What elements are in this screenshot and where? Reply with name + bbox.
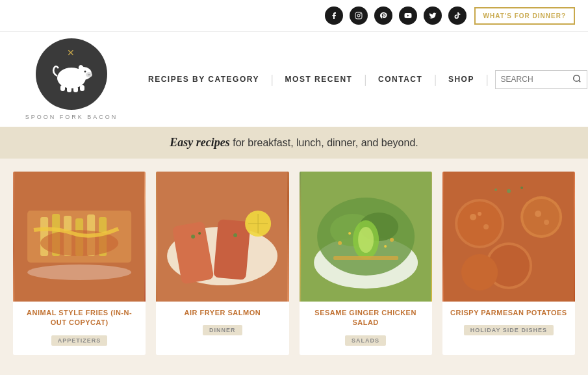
tiktok-icon[interactable]: [448, 6, 467, 25]
svg-point-50: [457, 201, 502, 246]
svg-point-32: [233, 233, 237, 237]
svg-point-8: [84, 70, 86, 72]
recipe-title-2: SESAME GINGER CHICKEN SALAD: [307, 308, 424, 328]
nav-most-recent[interactable]: MOST RECENT: [274, 75, 364, 84]
search-button[interactable]: [572, 74, 582, 85]
svg-point-58: [478, 212, 481, 216]
svg-point-44: [390, 238, 394, 242]
search-input[interactable]: [501, 75, 572, 84]
recipe-card-1[interactable]: AIR FRYER SALMON DINNER: [156, 172, 288, 355]
recipe-title-1: AIR FRYER SALMON: [164, 308, 281, 318]
svg-point-46: [384, 245, 387, 248]
recipe-title-0: ANIMAL STYLE FRIES (IN-N-OUT COPYCAT): [21, 308, 138, 328]
nav-recipes-by-category[interactable]: RECIPES BY CATEGORY: [136, 75, 271, 84]
svg-rect-10: [60, 85, 65, 91]
header: ✕: [0, 32, 588, 127]
recipe-image-0: [13, 172, 146, 302]
main-nav: RECIPES BY CATEGORY | MOST RECENT | CONT…: [136, 70, 587, 89]
recipe-card-2[interactable]: SESAME GINGER CHICKEN SALAD SALADS: [300, 172, 432, 355]
nav-divider-4: |: [486, 73, 489, 85]
twitter-icon[interactable]: [424, 6, 442, 25]
svg-point-1: [357, 14, 360, 17]
banner-text: for breakfast, lunch, dinner, and beyond…: [230, 137, 418, 148]
recipe-category-2: SALADS: [345, 335, 386, 346]
svg-point-45: [348, 232, 351, 235]
recipe-info-0: ANIMAL STYLE FRIES (IN-N-OUT COPYCAT) AP…: [13, 302, 146, 355]
banner-italic: Easy recipes: [170, 136, 229, 149]
svg-rect-29: [214, 219, 251, 280]
logo-circle: ✕: [36, 38, 107, 110]
recipe-info-2: SESAME GINGER CHICKEN SALAD SALADS: [300, 302, 432, 355]
svg-point-30: [191, 235, 195, 239]
svg-line-15: [578, 80, 580, 82]
recipe-card-0[interactable]: ANIMAL STYLE FRIES (IN-N-OUT COPYCAT) AP…: [13, 172, 146, 355]
recipe-title-3: CRISPY PARMESAN POTATOES: [450, 308, 567, 318]
recipe-card-3[interactable]: CRISPY PARMESAN POTATOES HOLIDAY SIDE DI…: [442, 172, 575, 355]
recipe-image-3: [442, 172, 575, 302]
svg-point-59: [535, 211, 541, 217]
svg-rect-12: [73, 86, 78, 92]
utensils-icon: ✕: [67, 47, 76, 58]
pinterest-icon[interactable]: [374, 6, 392, 25]
whats-for-dinner-button[interactable]: WHAT'S FOR DINNER?: [474, 7, 575, 25]
svg-point-55: [461, 254, 498, 291]
svg-point-14: [573, 75, 579, 81]
search-box[interactable]: [495, 70, 587, 89]
svg-point-42: [358, 227, 374, 253]
svg-point-31: [198, 232, 201, 235]
social-icons: [325, 6, 467, 25]
svg-point-52: [523, 199, 559, 235]
svg-rect-11: [67, 86, 71, 92]
svg-point-62: [520, 187, 523, 189]
svg-point-60: [544, 220, 549, 225]
svg-rect-13: [80, 85, 84, 91]
banner: Easy recipes for breakfast, lunch, dinne…: [0, 127, 588, 159]
recipe-category-0: APPETIZERS: [51, 335, 108, 346]
recipe-category-1: DINNER: [203, 325, 242, 335]
recipe-image-2: [300, 172, 432, 302]
recipe-grid: ANIMAL STYLE FRIES (IN-N-OUT COPYCAT) AP…: [0, 159, 588, 374]
recipe-image-1: [156, 172, 288, 302]
svg-point-56: [470, 214, 476, 220]
nav-contact[interactable]: CONTACT: [366, 75, 434, 84]
svg-point-25: [27, 265, 131, 280]
facebook-icon[interactable]: [325, 6, 343, 25]
svg-point-7: [89, 73, 90, 75]
svg-rect-47: [333, 256, 398, 260]
svg-point-2: [360, 14, 361, 14]
top-bar: WHAT'S FOR DINNER?: [0, 0, 588, 32]
pig-icon: [49, 57, 94, 92]
svg-point-63: [494, 188, 497, 191]
brand-name: SPOON FORK BACON: [25, 114, 118, 120]
svg-point-43: [338, 241, 342, 245]
logo-area[interactable]: ✕: [19, 38, 123, 120]
youtube-icon[interactable]: [399, 6, 417, 25]
recipe-info-3: CRISPY PARMESAN POTATOES HOLIDAY SIDE DI…: [442, 302, 575, 344]
svg-rect-0: [355, 12, 362, 19]
recipe-info-1: AIR FRYER SALMON DINNER: [156, 302, 288, 344]
svg-point-61: [507, 189, 511, 193]
svg-point-57: [483, 224, 489, 229]
nav-shop[interactable]: SHOP: [437, 75, 486, 84]
instagram-icon[interactable]: [350, 6, 368, 25]
recipe-category-3: HOLIDAY SIDE DISHES: [464, 325, 554, 335]
